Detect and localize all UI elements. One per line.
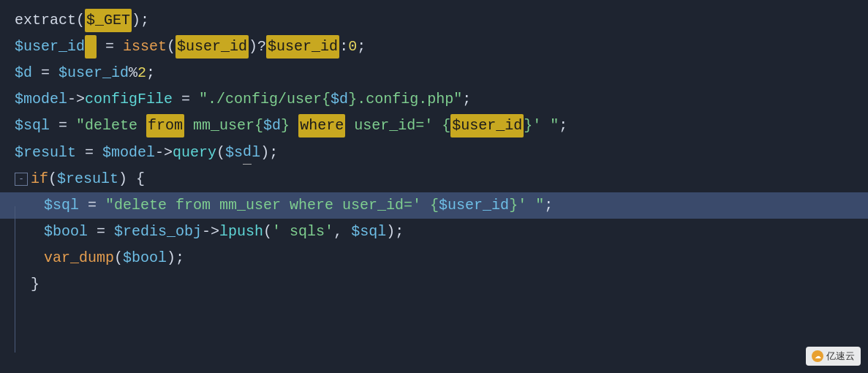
code-text: ; [559,114,567,137]
code-text: ( [167,35,176,59]
code-text: ( [216,141,225,165]
code-text: = [76,141,102,165]
code-text: } [31,273,39,296]
code-text: = [97,35,123,59]
code-line-5: $sql = "delete from mm_user{$d} where us… [0,113,868,139]
code-text: -> [202,220,219,244]
code-text: ; [544,194,553,217]
code-text: }' " [524,114,559,137]
code-text: $user_id [59,61,129,85]
code-text: $d [263,114,281,137]
code-editor: extract($_GET); $user_id = isset($user_i… [0,0,868,305]
code-text: -> [155,141,173,165]
code-text: "delete from mm_user where user_id=' { [105,194,439,217]
code-line-8: $sql = "delete from mm_user where user_i… [0,192,868,219]
code-text: 2 [137,61,146,85]
code-text: $s [225,141,243,165]
code-text: ); [132,9,149,32]
watermark: ☁ 亿速云 [806,347,861,366]
code-text: $d [331,88,348,111]
code-text: = [173,88,199,111]
code-text: : [339,35,348,59]
watermark-icon: ☁ [812,350,823,362]
code-text: ( [114,246,123,270]
if-block-line [15,206,15,353]
code-text: ); [167,246,184,270]
fold-icon[interactable]: - [15,173,28,186]
code-line-10: var_dump($bool); [0,245,868,271]
code-text: = [32,61,59,85]
code-text: $d [15,61,32,85]
code-text: 0 [348,35,357,59]
code-text: ); [260,141,278,165]
code-text: , [333,220,351,244]
code-text: ; [462,88,471,111]
code-text: ( [263,220,272,244]
code-text: $model [102,141,155,165]
user-id-hl1: $user_id [176,35,249,59]
code-text: ' sqls' [272,220,333,244]
code-text: d [243,140,252,165]
code-text: configFile [85,88,173,111]
user-id-highlight [85,35,97,59]
code-text: ); [386,220,404,244]
code-text: ( [48,167,57,191]
get-highlight: $_GET [85,9,132,32]
code-text: $bool [44,220,88,244]
code-text: = [88,220,114,244]
code-text: % [129,61,137,85]
from-highlight: from [146,114,184,137]
code-text: $result [57,167,118,191]
code-text: $sql [44,194,79,217]
code-text: -> [67,88,85,111]
code-text: ) { [118,167,145,191]
user-id-sql-hl: $user_id [450,114,524,137]
user-id-hl2: $user_id [266,35,339,59]
code-text: $user_id [439,194,509,217]
code-text: l [252,141,260,165]
code-text: ; [146,61,155,85]
code-text: }.config.php" [348,88,462,111]
where-highlight: where [298,114,345,137]
code-line-7: - if($result) { [0,166,868,192]
code-line-6: $result = $model->query($sdl); [0,139,868,166]
code-line-9: $bool = $redis_obj->lpush(' sqls', $sql)… [0,219,868,245]
code-text: "./config/user{ [199,88,331,111]
watermark-text: 亿速云 [826,350,855,363]
code-text: } [281,114,298,137]
code-text: $bool [123,246,167,270]
code-text: $redis_obj [114,220,202,244]
code-text: var_dump [44,246,114,270]
code-text: ; [357,35,366,59]
code-line-3: $d = $user_id%2; [0,60,868,86]
code-text: isset [123,35,167,59]
code-text: mm_user{ [184,114,263,137]
code-text: = [79,194,105,217]
code-text: $sql [15,114,50,137]
code-text: $sql [351,220,386,244]
code-line-2: $user_id = isset($user_id)?$user_id:0; [0,34,868,60]
code-text: $model [15,88,67,111]
code-line-11: } [0,271,868,298]
code-text: }' " [509,194,544,217]
code-text: extract( [15,9,85,32]
code-line-4: $model->configFile = "./config/user{$d}.… [0,86,868,113]
code-text: = [50,114,76,137]
code-text: )? [249,35,266,59]
code-text: user_id=' { [345,114,450,137]
code-text: lpush [219,220,263,244]
code-text: $user_id [15,35,85,59]
code-line-1: extract($_GET); [0,7,868,34]
code-text: "delete [76,114,146,137]
code-text: $result [15,141,76,165]
code-text: query [173,141,216,165]
code-text: if [31,167,48,191]
